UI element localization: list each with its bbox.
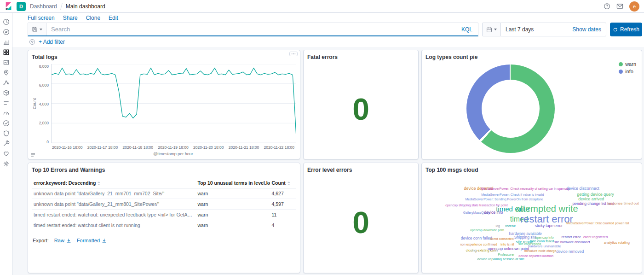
- cloud-word[interactable]: opencap unknown point: [488, 247, 529, 251]
- cloud-word[interactable]: non experience confirmed: [460, 242, 497, 246]
- cloud-word[interactable]: device removed: [556, 250, 584, 254]
- cloud-word[interactable]: client registered: [583, 236, 608, 240]
- donut-chart[interactable]: [466, 64, 555, 153]
- cloud-word[interactable]: opencap downside path: [470, 228, 504, 231]
- sidebar-item-recently-viewed-icon[interactable]: [3, 18, 10, 25]
- sidebar-item-siem-icon[interactable]: [3, 130, 10, 137]
- legend-toggle-icon[interactable]: [30, 152, 36, 158]
- share-button[interactable]: Share: [63, 15, 78, 21]
- dashboard-grid: Total logs Count 8,0006,0004,0002,0000 2…: [12, 47, 644, 275]
- cloud-word[interactable]: getting device query: [577, 192, 614, 196]
- panel-options-icon[interactable]: [289, 52, 298, 56]
- cloud-word[interactable]: MediaServerPower: Check if value is inva…: [481, 193, 544, 196]
- cloud-word[interactable]: device info: [484, 211, 503, 215]
- cloud-word[interactable]: MediaServerPower: Disc counted power rai…: [566, 222, 629, 225]
- sidebar-item-logs-icon[interactable]: [3, 99, 10, 106]
- table-row: timed restart ended: watchout client is …: [32, 220, 296, 231]
- cloud-word[interactable]: device repairing session at site: [477, 257, 525, 261]
- refresh-button[interactable]: Refresh: [610, 23, 642, 36]
- search-input[interactable]: [46, 26, 456, 33]
- column-header[interactable]: Top 10 unusual terms in level.keyword: [196, 178, 270, 188]
- y-axis-ticks: 8,0006,0004,0002,0000: [37, 64, 51, 143]
- help-icon[interactable]: [604, 3, 610, 10]
- panel-title-top-errors: Top 10 Errors and Warnings: [32, 167, 296, 173]
- legend-item-info[interactable]: info: [619, 69, 636, 74]
- x-tick: 2020-11-18 18:00: [123, 145, 153, 150]
- filter-bar: + Add filter: [12, 39, 644, 47]
- space-badge[interactable]: D: [17, 2, 26, 11]
- sidebar-item-machine-learning-icon[interactable]: [3, 79, 10, 86]
- query-bar: KQL: [28, 23, 478, 36]
- export-raw-label: Raw: [54, 238, 64, 243]
- cloud-word[interactable]: receive: [506, 224, 516, 228]
- edit-button[interactable]: Edit: [109, 15, 118, 21]
- cloud-word[interactable]: device departed location: [518, 254, 553, 257]
- sidebar-item-visualize-icon[interactable]: [3, 39, 10, 46]
- level-cell: warn: [196, 199, 270, 210]
- sidebar-item-metrics-icon[interactable]: [3, 89, 10, 96]
- table-row: unknown data point "data/Gallery_21_mm70…: [32, 188, 296, 199]
- cloud-word[interactable]: miniature node charge: [524, 249, 557, 252]
- kibana-logo[interactable]: [5, 2, 12, 10]
- table-header-row: error.keyword: DescendingTop 10 unusual …: [32, 178, 296, 188]
- cloud-word[interactable]: opencap info: [535, 236, 554, 239]
- sidebar-item-discover-icon[interactable]: [3, 29, 10, 35]
- cloud-word[interactable]: log: [495, 224, 500, 228]
- cloud-word[interactable]: client connected: [490, 237, 514, 240]
- cloud-word[interactable]: MediaServerPower: Sending PowerOn from d…: [466, 198, 543, 201]
- panel-total-logs: Total logs Count 8,0006,0004,0002,0000 2…: [28, 50, 300, 159]
- level-cell: warn: [196, 210, 270, 220]
- sidebar-item-maps-icon[interactable]: [3, 69, 10, 76]
- cloud-word[interactable]: Professorer: [498, 252, 514, 256]
- cloud-word[interactable]: device disconnect: [566, 187, 599, 191]
- cloud-word[interactable]: sticky tape error: [535, 224, 563, 228]
- sidebar-item-uptime-icon[interactable]: [3, 120, 10, 127]
- sidebar-item-stack-monitoring-icon[interactable]: [3, 150, 10, 157]
- cloud-word[interactable]: hardware unavailable: [528, 245, 561, 248]
- add-filter-button[interactable]: + Add filter: [39, 39, 65, 45]
- filter-icon[interactable]: [29, 39, 35, 45]
- count-cell: 4: [270, 220, 297, 231]
- cloud-word[interactable]: info is nil: [500, 243, 514, 246]
- kql-button[interactable]: KQL: [456, 26, 478, 33]
- cloud-word[interactable]: device conn failed: [461, 236, 492, 240]
- header-bar: D Dashboard Main dashboard e: [0, 0, 644, 13]
- cloud-word[interactable]: analytics rotating: [604, 241, 630, 245]
- cloud-word[interactable]: site hardware disconnect: [554, 240, 590, 243]
- calendar-dropdown-button[interactable]: [483, 23, 501, 36]
- newsfeed-icon[interactable]: [616, 3, 623, 10]
- sidebar-item-canvas-icon[interactable]: [3, 59, 10, 66]
- export-formatted-button[interactable]: Formatted: [77, 238, 107, 243]
- chevron-down-icon: [494, 29, 497, 30]
- breadcrumb-current: Main dashboard: [66, 3, 105, 10]
- time-range-label[interactable]: Last 7 days: [501, 26, 568, 33]
- y-axis-title: Count: [32, 64, 37, 143]
- panel-error-level: Error level errors 0: [303, 163, 419, 273]
- cloud-word[interactable]: restart error: [562, 235, 581, 239]
- sidebar-item-apm-icon[interactable]: [3, 110, 10, 117]
- cloud-word[interactable]: device arrived: [578, 197, 604, 201]
- breadcrumb-dashboard[interactable]: Dashboard: [30, 3, 57, 10]
- cloud-word[interactable]: response timed out: [608, 202, 639, 205]
- show-dates-button[interactable]: Show dates: [568, 26, 606, 33]
- panel-log-types-pie: Log types count pie warninfo: [421, 50, 642, 159]
- column-header[interactable]: Count: [270, 178, 297, 188]
- sidebar-item-dashboard-icon[interactable]: [3, 49, 10, 56]
- cloud-word[interactable]: attempted write: [515, 204, 578, 213]
- sidebar-item-dev-tools-icon[interactable]: [3, 140, 10, 147]
- column-header[interactable]: error.keyword: Descending: [32, 178, 196, 188]
- legend-dot: [619, 70, 623, 74]
- error-message-cell: unknown data point "data/Gallery_21_mm70…: [32, 188, 196, 199]
- sidebar-item-management-icon[interactable]: [3, 160, 10, 167]
- cloud-word[interactable]: MediaServerPower: Check necessity of set…: [481, 187, 570, 190]
- clone-button[interactable]: Clone: [86, 15, 100, 21]
- y-tick: 8,000: [39, 64, 49, 68]
- full-screen-button[interactable]: Full screen: [28, 15, 55, 21]
- cloud-word[interactable]: restart error: [520, 214, 573, 224]
- chevron-down-icon: [40, 29, 42, 30]
- user-avatar[interactable]: e: [629, 1, 639, 12]
- saved-query-button[interactable]: [28, 23, 46, 35]
- export-raw-button[interactable]: Raw: [54, 238, 71, 243]
- breadcrumb-separator: [60, 3, 63, 10]
- legend-item-warn[interactable]: warn: [619, 61, 636, 67]
